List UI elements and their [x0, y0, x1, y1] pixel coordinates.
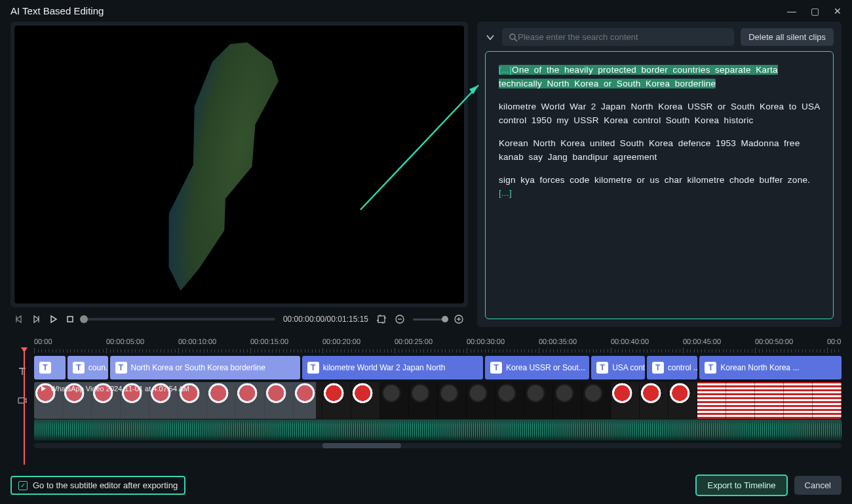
caption-clip-label: control ...: [668, 363, 698, 372]
export-button[interactable]: Export to Timeline: [695, 475, 787, 496]
caption-clip-label: kilometre World War 2 Japan North: [323, 363, 446, 372]
caption-clip[interactable]: Tcontrol ...: [647, 356, 698, 379]
transcript-line-3[interactable]: Korean North Korea united South Korea de…: [499, 137, 820, 165]
delete-silent-button[interactable]: Delete all silent clips: [741, 28, 834, 46]
video-track-icon: [17, 395, 28, 406]
caption-clip[interactable]: TNorth Korea or South Korea borderline: [110, 356, 300, 379]
play-icon[interactable]: [48, 315, 58, 324]
video-thumbnail: [582, 382, 611, 419]
audio-track[interactable]: [34, 419, 842, 440]
svg-point-11: [510, 34, 515, 39]
video-thumbnail: [351, 382, 380, 419]
playhead[interactable]: [24, 350, 25, 465]
video-thumbnail: [409, 382, 438, 419]
video-thumbnail: [467, 382, 495, 419]
video-thumbnail: [611, 382, 640, 419]
text-icon: T: [705, 362, 716, 374]
caption-clip[interactable]: T: [34, 356, 66, 379]
transcript-text[interactable]: [...]One of the heavily protected border…: [485, 51, 834, 319]
caption-clip[interactable]: Tkilometre World War 2 Japan North: [302, 356, 483, 379]
timecode: 00:00:00:00/00:01:15:15: [283, 315, 368, 324]
checkbox-icon[interactable]: ✓: [18, 481, 28, 490]
step-back-icon[interactable]: [31, 315, 41, 324]
video-thumbnail: [553, 382, 582, 419]
video-clip-label: WhatsApp Video 2024-11-01 at 4.07.54 AM: [39, 385, 189, 393]
video-thumbnail: [668, 382, 697, 419]
text-icon: T: [596, 362, 608, 374]
text-track-icon: [17, 366, 28, 377]
video-thumbnail: [755, 382, 784, 419]
caption-track[interactable]: TTcoun...TNorth Korea or South Korea bor…: [34, 356, 842, 379]
chevron-down-icon[interactable]: [485, 32, 495, 43]
time-ruler[interactable]: 00:0000:00:05:0000:00:10:0000:00:15:0000…: [34, 338, 842, 356]
text-icon: T: [73, 362, 85, 374]
caption-clip-label: Korea USSR or Sout...: [506, 363, 585, 372]
caption-clip-label: Korean North Korea ...: [720, 363, 799, 372]
crop-icon[interactable]: [376, 314, 387, 324]
video-thumbnail: [726, 382, 755, 419]
zoom-out-icon[interactable]: [395, 314, 405, 324]
transcript-panel: Delete all silent clips [...]One of the …: [477, 22, 842, 327]
minimize-icon[interactable]: —: [787, 6, 796, 16]
footer: ✓ Go to the subtitle editor after export…: [0, 471, 852, 504]
close-icon[interactable]: ✕: [834, 6, 842, 16]
caption-clip[interactable]: Tcoun...: [68, 356, 108, 379]
window-title: AI Text Based Editing: [10, 5, 104, 16]
video-thumbnail: [495, 382, 524, 419]
preview-frame-image: [153, 34, 342, 303]
video-thumbnail: [784, 382, 813, 419]
text-icon: T: [490, 362, 502, 374]
stop-icon[interactable]: [66, 315, 75, 324]
caption-clip-label: USA cont...: [612, 363, 645, 372]
video-preview[interactable]: [14, 26, 464, 303]
video-thumbnail: [524, 382, 553, 419]
subtitle-option-label: Go to the subtitle editor after exportin…: [33, 480, 178, 490]
zoom-in-icon[interactable]: [454, 314, 464, 324]
search-icon: [509, 33, 518, 42]
transcript-line-1[interactable]: One of the heavily protected border coun…: [499, 65, 778, 88]
svg-rect-2: [68, 317, 73, 322]
timeline: 00:0000:00:05:0000:00:10:0000:00:15:0000…: [0, 332, 852, 471]
video-thumbnail: [640, 382, 668, 419]
maximize-icon[interactable]: ▢: [811, 6, 819, 16]
subtitle-editor-option[interactable]: ✓ Go to the subtitle editor after export…: [10, 476, 185, 495]
caption-clip[interactable]: TKorean North Korea ...: [699, 356, 842, 379]
zoom-slider[interactable]: [413, 319, 446, 320]
window-controls: — ▢ ✕: [787, 6, 842, 16]
preview-panel: [10, 22, 468, 307]
svg-rect-3: [378, 316, 385, 322]
video-thumbnail: [380, 382, 409, 419]
caption-clip[interactable]: TKorea USSR or Sout...: [485, 356, 589, 379]
transcript-line-4[interactable]: sign kya forces code kilometre or us cha…: [499, 175, 810, 185]
seek-bar[interactable]: [83, 318, 275, 320]
text-icon: T: [307, 362, 319, 374]
search-box[interactable]: [502, 28, 734, 46]
transcript-ellipsis-start: [...]: [499, 65, 512, 75]
transcript-line-2[interactable]: kilometre World War 2 Japan North Korea …: [499, 100, 820, 128]
transcript-ellipsis-end: [...]: [499, 188, 512, 198]
video-track[interactable]: WhatsApp Video 2024-11-01 at 4.07.54 AM: [34, 382, 842, 419]
caption-clip-label: North Korea or South Korea borderline: [131, 363, 265, 372]
titlebar: AI Text Based Editing — ▢ ✕: [0, 0, 852, 22]
cancel-button[interactable]: Cancel: [794, 476, 842, 495]
text-icon: T: [115, 362, 127, 374]
video-thumbnail: [697, 382, 726, 419]
svg-line-12: [514, 39, 517, 41]
caption-clip[interactable]: TUSA cont...: [591, 356, 645, 379]
text-icon: T: [652, 362, 664, 374]
search-input[interactable]: [518, 32, 727, 42]
timeline-scrollbar[interactable]: [34, 443, 842, 448]
caption-clip-label: coun...: [88, 363, 108, 372]
video-thumbnail: [813, 382, 842, 419]
prev-frame-icon[interactable]: [14, 315, 24, 324]
video-thumbnail: [322, 382, 351, 419]
text-icon: T: [39, 362, 51, 374]
waveform: [34, 419, 842, 440]
player-controls: 00:00:00:00/00:01:15:15: [10, 307, 468, 327]
video-thumbnail: [438, 382, 467, 419]
